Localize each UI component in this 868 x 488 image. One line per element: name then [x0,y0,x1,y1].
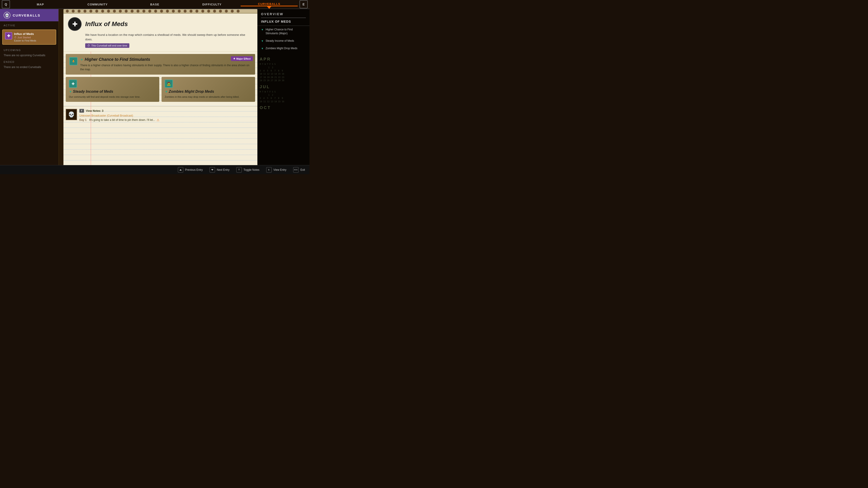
effect-small-card-2: 🧟 ▼ Zombies Might Drop Meds Zombies in t… [161,77,255,102]
effect-title-row: ▼ Higher Chance to Find Stimulants [80,57,251,62]
effect-small-card-1: ✚ ▼ Steady Income of Meds Our community … [66,77,159,102]
effect-small-title-2: Zombies Might Drop Meds [169,90,214,94]
overview-arrow-3: ▼ [261,47,264,51]
major-label: Major Effect [236,57,251,60]
right-sidebar: OVERVIEW INFLUX OF MEDS ▼ Higher Chance … [257,9,310,165]
nav-key-e[interactable]: E [300,0,308,8]
nav-item-community[interactable]: Community [69,3,126,6]
effect-large-card: 🧍 ▼ Higher Chance to Find Stimulants The… [66,54,255,75]
toggle-notes-button[interactable]: Y Toggle Notes [236,167,259,173]
overview-effect-text-3: Zombies Might Drop Meds [266,47,298,50]
toggle-key-icon: Y [236,167,242,173]
notes-section: 💀 Y View Notes: 3 Unknown Broadcaster (C… [63,106,257,122]
curveball-timer-badge: ⏱ This Curveball will end over time [85,43,129,48]
down-triangle-icon [211,169,213,171]
effect-small-title-1: Steady Income of Meds [73,90,113,94]
next-entry-label: Next Entry [217,168,229,171]
up-triangle-icon [180,169,182,171]
exit-button[interactable]: ESC Exit [293,167,305,173]
spiral-hole [195,9,198,13]
overview-effect-item-2: ▼ Steady Income of Meds [257,37,310,45]
notebook: ✚ Influx of Meds We have found a locatio… [63,9,257,165]
nav-item-curveballs[interactable]: Curveballs [241,2,298,6]
effect-small-desc-2: Zombies in this area may drop meds or st… [165,95,252,99]
overview-effect-item-1: ▼ Higher Chance to Find Stimulants (Majo… [257,26,310,37]
curveball-title: Influx of Meds [85,21,128,28]
overview-title: OVERVIEW [261,12,306,16]
timer-icon: ⏱ [14,36,17,39]
active-card-desc: Easier to Find Meds [14,39,36,42]
spiral-hole [83,9,87,13]
nav-item-map[interactable]: Map [12,3,69,6]
note-details: Y View Notes: 3 Unknown Broadcaster (Cur… [79,109,255,122]
effect-large-desc: There is a higher chance of traders havi… [80,63,251,71]
curveball-header: ✚ Influx of Meds We have found a locatio… [63,13,257,52]
next-entry-button[interactable]: Next Entry [210,167,229,173]
spiral-hole [201,9,205,13]
spiral-hole [136,9,140,13]
nav-item-base[interactable]: Base [126,3,183,6]
exit-label: Exit [301,168,305,171]
center-content: ✚ Influx of Meds We have found a locatio… [59,9,257,165]
effect-small-icon-2: 🧟 [165,80,173,88]
spiral-hole [219,9,222,13]
exit-key-icon: ESC [293,167,299,173]
spiral-top [63,9,257,13]
effect-large-content: ▼ Higher Chance to Find Stimulants There… [80,57,251,71]
view-entry-button[interactable]: 🖱 View Entry [266,167,286,173]
top-navigation: Q Map Community Base Difficulty Curvebal… [0,0,310,9]
spiral-hole [125,9,128,13]
spiral-hole [160,9,163,13]
spiral-hole [213,9,216,13]
spiral-hole [207,9,210,13]
active-card-content: Influx of Meds ⏱ Just Started Easier to … [14,32,36,42]
note-text: It's going to take a bit of time to pin … [89,118,159,122]
next-key-icon [210,167,215,173]
bottom-bar: Previous Entry Next Entry Y Toggle Notes… [0,165,310,174]
no-ended-text: There are no ended Curveballs [0,65,58,69]
prev-key-icon [178,167,183,173]
nav-item-difficulty[interactable]: Difficulty [183,3,240,6]
active-curveball-card[interactable]: ✚ Influx of Meds ⏱ Just Started Easier t… [2,29,56,45]
active-card-icon: ✚ [5,32,12,39]
overview-effect-text-2: Steady Income of Meds [266,39,294,43]
note-avatar: 💀 [66,109,77,120]
effects-small-row: ✚ ▼ Steady Income of Meds Our community … [66,77,255,102]
left-sidebar: 💀 CURVEBALLS ACTIVE ✚ Influx of Meds ⏱ J… [0,9,59,165]
effect-small-icon-1: ✚ [69,80,77,88]
overview-arrow-1: ▼ [261,28,264,32]
spiral-hole [189,9,193,13]
note-day: Day 1 [79,118,87,121]
spiral-hole [231,9,234,13]
no-upcoming-text: There are no upcoming Curveballs [0,53,58,58]
overview-effect-text-1: Higher Chance to Find Stimulants (Major) [266,28,306,35]
timer-text: This Curveball will end over time [91,44,127,47]
spiral-hole [89,9,92,13]
effect-small-desc-1: Our community will find and deposit meds… [69,95,156,99]
spiral-hole [71,9,75,13]
overview-arrow-2: ▼ [261,39,264,43]
effects-area: 🧍 ▼ Higher Chance to Find Stimulants The… [63,52,257,104]
view-key-icon: 🖱 [266,167,272,173]
nav-active-indicator [267,6,272,9]
skull-icon: 💀 [4,12,10,19]
spiral-hole [148,9,151,13]
nav-key-q[interactable]: Q [2,0,10,8]
active-card-subtitle: ⏱ Just Started [14,36,36,39]
overview-effect-item-3: ▼ Zombies Might Drop Meds [257,45,310,52]
e-key-label: E [303,2,305,6]
spiral-hole [154,9,157,13]
curveball-title-row: ✚ Influx of Meds [68,17,253,31]
active-section-label: ACTIVE [0,21,58,28]
spiral-hole [101,9,104,13]
calendar-decoration: APR M T W T F S S 1 2 3 4 5 6 7 8 9 10 1… [257,57,310,110]
spiral-hole [66,9,69,13]
effect-arrow-icon: ▼ [80,58,83,61]
previous-entry-button[interactable]: Previous Entry [178,167,203,173]
spiral-hole [225,9,228,13]
notes-header: Y View Notes: 3 [79,109,255,113]
spiral-hole [184,9,187,13]
spiral-hole [178,9,181,13]
spiral-hole [172,9,175,13]
main-layout: 💀 CURVEBALLS ACTIVE ✚ Influx of Meds ⏱ J… [0,9,310,165]
